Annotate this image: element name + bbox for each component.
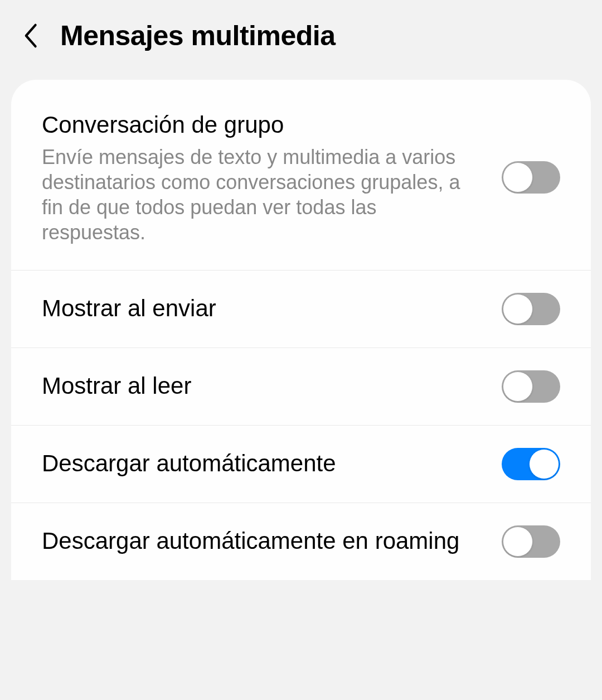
toggle-thumb xyxy=(503,294,533,324)
setting-show-on-read[interactable]: Mostrar al leer xyxy=(11,348,591,426)
toggle-auto-download-roaming[interactable] xyxy=(502,525,560,558)
setting-auto-download-roaming[interactable]: Descargar automáticamente en roaming xyxy=(11,503,591,580)
setting-text: Mostrar al enviar xyxy=(42,294,485,324)
toggle-show-on-read[interactable] xyxy=(502,370,560,403)
setting-title: Conversación de grupo xyxy=(42,110,485,140)
back-button[interactable] xyxy=(20,25,41,46)
header: Mensajes multimedia xyxy=(0,0,602,80)
toggle-group-conversation[interactable] xyxy=(502,161,560,194)
setting-auto-download[interactable]: Descargar automáticamente xyxy=(11,426,591,503)
setting-title: Descargar automáticamente en roaming xyxy=(42,527,485,556)
toggle-thumb xyxy=(529,449,559,479)
toggle-auto-download[interactable] xyxy=(502,448,560,480)
toggle-thumb xyxy=(503,162,533,192)
setting-group-conversation[interactable]: Conversación de grupo Envíe mensajes de … xyxy=(11,80,591,271)
toggle-thumb xyxy=(503,371,533,402)
setting-text: Descargar automáticamente en roaming xyxy=(42,527,485,556)
settings-card: Conversación de grupo Envíe mensajes de … xyxy=(11,80,591,580)
setting-title: Mostrar al leer xyxy=(42,371,485,401)
setting-title: Mostrar al enviar xyxy=(42,294,485,324)
toggle-thumb xyxy=(503,527,533,557)
setting-text: Conversación de grupo Envíe mensajes de … xyxy=(42,110,485,245)
setting-show-on-send[interactable]: Mostrar al enviar xyxy=(11,271,591,348)
setting-text: Descargar automáticamente xyxy=(42,449,485,479)
chevron-left-icon xyxy=(22,22,38,49)
toggle-show-on-send[interactable] xyxy=(502,293,560,325)
setting-text: Mostrar al leer xyxy=(42,371,485,401)
page-title: Mensajes multimedia xyxy=(60,20,335,52)
setting-description: Envíe mensajes de texto y multimedia a v… xyxy=(42,144,485,245)
setting-title: Descargar automáticamente xyxy=(42,449,485,479)
